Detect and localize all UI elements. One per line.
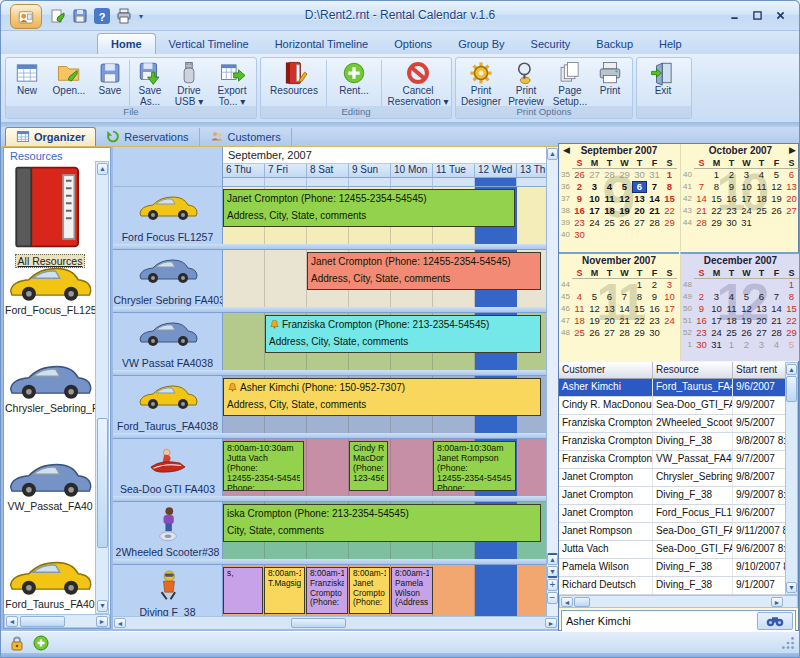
table-vertical-scrollbar[interactable]: ▲ ▼: [785, 362, 798, 595]
date-cell[interactable]: 19: [769, 193, 784, 205]
date-cell[interactable]: 21: [617, 315, 632, 327]
timeline-row-area[interactable]: Franziska Crompton (Phone: 213-2354-5454…: [223, 313, 546, 370]
reservation-block[interactable]: 8:00am-10:30amJanet Rompson(Phone:12455-…: [433, 441, 516, 491]
ribbon-tab-options[interactable]: Options: [381, 34, 445, 54]
date-cell[interactable]: 4: [769, 339, 784, 351]
date-cell[interactable]: 18: [602, 205, 617, 217]
reservation-block[interactable]: iska Crompton (Phone: 213-2354-54545)Cit…: [223, 504, 541, 542]
customer-search-input[interactable]: [562, 613, 757, 629]
table-row[interactable]: Janet CromptonChrysler_Sebring_F9/8/2007: [559, 469, 798, 487]
date-cell[interactable]: 14: [769, 303, 784, 315]
date-cell[interactable]: 2: [694, 291, 709, 303]
date-cell[interactable]: 4: [572, 291, 587, 303]
date-cell[interactable]: 1: [632, 279, 647, 291]
date-cell[interactable]: 5: [769, 169, 784, 181]
date-cell[interactable]: 25: [572, 327, 587, 339]
date-cell[interactable]: 29: [632, 327, 647, 339]
date-cell[interactable]: 5: [587, 291, 602, 303]
sidebar-scroll-down-button[interactable]: ▼: [97, 600, 108, 612]
date-cell[interactable]: 23: [572, 217, 587, 229]
date-cell[interactable]: 30: [647, 327, 662, 339]
date-cell[interactable]: 30: [572, 229, 587, 241]
table-row[interactable]: Janet CromptonDiving_F_389/9/2007 8:00: [559, 487, 798, 505]
table-column-header-customer[interactable]: Customer: [559, 362, 653, 378]
date-cell[interactable]: 10: [587, 193, 602, 205]
date-cell[interactable]: 5: [617, 181, 632, 193]
date-cell[interactable]: 17: [709, 315, 724, 327]
ribbon-tab-group-by[interactable]: Group By: [445, 34, 517, 54]
timeline-scroll-to-top-button[interactable]: ▲: [547, 553, 558, 565]
date-cell[interactable]: 14: [617, 303, 632, 315]
date-cell[interactable]: 13: [754, 303, 769, 315]
timeline-row-area[interactable]: Janet Crompton (Phone: 12455-2354-54545)…: [223, 250, 546, 307]
date-cell[interactable]: 29: [784, 327, 799, 339]
resize-grip[interactable]: [780, 635, 796, 651]
date-cell[interactable]: 28: [769, 327, 784, 339]
date-cell[interactable]: 6: [754, 291, 769, 303]
date-cell[interactable]: 27: [632, 217, 647, 229]
date-cell[interactable]: 11: [724, 303, 739, 315]
ribbon-tab-horizontal-timeline[interactable]: Horizontal Timeline: [262, 34, 382, 54]
date-cell[interactable]: 20: [784, 193, 799, 205]
date-cell[interactable]: 23: [694, 327, 709, 339]
table-row[interactable]: Jutta VachSea-Doo_GTI_FA409/6/2007 8:00: [559, 541, 798, 559]
date-cell[interactable]: 30: [694, 339, 709, 351]
date-cell[interactable]: 11: [602, 193, 617, 205]
table-scroll-right-button[interactable]: ►: [771, 597, 783, 607]
save-as-button[interactable]: SaveAs...: [131, 59, 169, 107]
timeline-row-area[interactable]: 8:00am-10:30amJutta Vach(Phone:12455-235…: [223, 439, 546, 496]
date-cell[interactable]: 10: [739, 181, 754, 193]
date-cell[interactable]: 30: [632, 169, 647, 181]
date-cell[interactable]: 26: [572, 169, 587, 181]
date-cell[interactable]: 14: [694, 193, 709, 205]
new-button[interactable]: New: [8, 59, 46, 97]
resources-button[interactable]: Resources: [263, 59, 325, 97]
date-cell[interactable]: 25: [724, 327, 739, 339]
date-cell[interactable]: 22: [784, 315, 799, 327]
date-cell[interactable]: 17: [662, 303, 677, 315]
date-cell[interactable]: 8: [709, 181, 724, 193]
date-cell[interactable]: 16: [724, 193, 739, 205]
timeline-scroll-to-bottom-button[interactable]: ▼: [547, 566, 558, 578]
date-cell[interactable]: 22: [709, 205, 724, 217]
qat-save-button[interactable]: [71, 7, 89, 25]
date-cell[interactable]: 29: [617, 169, 632, 181]
qat-new-button[interactable]: [49, 7, 67, 25]
reservation-block[interactable]: Franziska Crompton (Phone: 213-2354-5454…: [265, 315, 541, 353]
reservation-block[interactable]: 8:00am-1FranziskaCrompto(Phone:: [306, 567, 348, 614]
tab-reservations[interactable]: Reservations: [96, 128, 199, 146]
date-cell[interactable]: 20: [754, 315, 769, 327]
app-menu-button[interactable]: [10, 4, 42, 29]
date-cell[interactable]: 3: [754, 339, 769, 351]
date-cell[interactable]: 28: [617, 327, 632, 339]
sidebar-item-ford-focus-fl125[interactable]: Ford_Focus_FL125: [5, 260, 95, 316]
timeline-scroll-left-button[interactable]: ◄: [114, 618, 126, 628]
resource-row-header[interactable]: VW Passat FA4038: [113, 313, 223, 370]
find-button[interactable]: [757, 612, 793, 630]
lock-icon[interactable]: [9, 635, 25, 651]
date-cell[interactable]: 4: [602, 181, 617, 193]
ribbon-tab-home[interactable]: Home: [97, 33, 156, 54]
date-cell[interactable]: 12: [769, 181, 784, 193]
ribbon-tab-vertical-timeline[interactable]: Vertical Timeline: [156, 34, 262, 54]
date-cell[interactable]: 20: [602, 315, 617, 327]
date-cell[interactable]: 24: [662, 315, 677, 327]
date-cell[interactable]: 15: [662, 193, 677, 205]
reservation-block[interactable]: Janet Crompton (Phone: 12455-2354-54545)…: [307, 252, 541, 290]
date-cell[interactable]: 1: [784, 279, 799, 291]
table-scroll-left-button[interactable]: ◄: [561, 597, 573, 607]
date-cell[interactable]: 22: [662, 205, 677, 217]
date-cell[interactable]: 24: [587, 217, 602, 229]
date-cell[interactable]: 31: [709, 339, 724, 351]
date-cell[interactable]: 16: [572, 205, 587, 217]
day-header-13-thu[interactable]: 13 Thu: [517, 164, 546, 178]
sidebar-hscroll-thumb[interactable]: [20, 616, 65, 627]
reservation-block[interactable]: Janet Crompton (Phone: 12455-2354-54545)…: [223, 189, 515, 227]
date-cell[interactable]: 1: [709, 169, 724, 181]
date-cell[interactable]: 7: [617, 291, 632, 303]
date-cell[interactable]: 16: [647, 303, 662, 315]
date-cell[interactable]: 12: [587, 303, 602, 315]
date-cell[interactable]: 29: [709, 217, 724, 229]
date-cell[interactable]: 13: [602, 303, 617, 315]
date-cell[interactable]: 8: [784, 291, 799, 303]
